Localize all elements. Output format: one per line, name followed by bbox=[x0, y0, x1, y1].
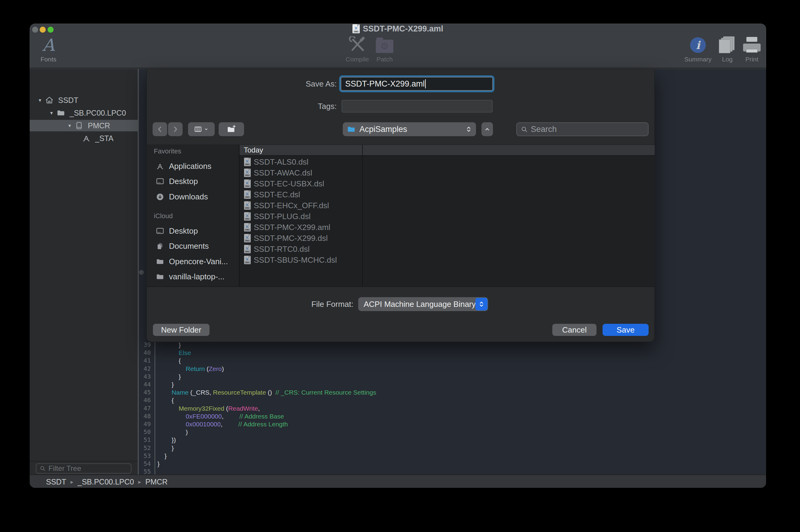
file-row[interactable]: DSLSSDT-AWAC.dsl bbox=[240, 167, 362, 178]
code-editor[interactable]: 39 }40 Else41 {42 Return (Zero)43 }44 }4… bbox=[139, 341, 766, 475]
document-icon: DSL bbox=[244, 201, 251, 210]
line-number: 40 bbox=[141, 348, 151, 357]
chevron-down-icon bbox=[204, 127, 209, 132]
file-row[interactable]: DSLSSDT-EHCx_OFF.dsl bbox=[240, 200, 362, 211]
disclosure-triangle-icon[interactable]: ▾ bbox=[35, 97, 45, 103]
print-label: Print bbox=[725, 56, 766, 63]
file-row[interactable]: AMLSSDT-PMC-X299.aml bbox=[240, 222, 362, 233]
sidebar-item-opencore-vani-[interactable]: Opencore-Vani... bbox=[147, 254, 239, 269]
line-number: 43 bbox=[141, 373, 151, 381]
collapse-button[interactable] bbox=[481, 122, 493, 136]
file-row[interactable]: DSLSSDT-SBUS-MCHC.dsl bbox=[240, 254, 362, 265]
document-icon: DSL bbox=[244, 179, 251, 188]
tree-item-SSDT[interactable]: ▾SSDT bbox=[30, 94, 138, 106]
columns-view-icon bbox=[194, 125, 202, 133]
line-number: 55 bbox=[141, 468, 151, 475]
column-divider bbox=[362, 145, 363, 286]
chevron-left-icon bbox=[156, 125, 164, 133]
chevron-up-down-icon bbox=[465, 126, 472, 133]
new-folder-button[interactable]: New Folder bbox=[153, 324, 209, 336]
file-row[interactable]: DSLSSDT-PLUG.dsl bbox=[240, 211, 362, 222]
save-button[interactable]: Save bbox=[602, 324, 649, 336]
splitter-handle[interactable] bbox=[139, 270, 144, 275]
desktop-icon bbox=[156, 177, 164, 186]
tags-input[interactable] bbox=[341, 100, 492, 113]
breadcrumb-item[interactable]: SSDT bbox=[46, 477, 66, 486]
downloads-icon bbox=[156, 192, 164, 201]
back-button[interactable] bbox=[153, 122, 167, 136]
code-line: 44 } bbox=[139, 380, 766, 388]
sidebar-item-desktop[interactable]: Desktop bbox=[147, 174, 239, 189]
line-number: 41 bbox=[141, 357, 151, 365]
print-button[interactable]: Print bbox=[725, 35, 766, 63]
sidebar-item-documents[interactable]: Documents bbox=[147, 239, 239, 254]
disclosure-triangle-icon[interactable]: ▾ bbox=[65, 122, 74, 129]
forward-button[interactable] bbox=[168, 122, 183, 136]
code-text: } bbox=[157, 452, 167, 460]
titlebar[interactable]: AML SSDT-PMC-X299.aml bbox=[30, 24, 766, 34]
patch-folder-icon: ⚙ bbox=[376, 40, 393, 53]
document-icon: DSL bbox=[244, 158, 251, 166]
popup-chevron-cap bbox=[476, 298, 487, 310]
maciasl-window: AML SSDT-PMC-X299.aml A Fonts Compile ⚙ … bbox=[30, 24, 766, 488]
code-text: } bbox=[157, 373, 181, 381]
code-text: { bbox=[157, 396, 174, 405]
folder-icon bbox=[156, 257, 164, 266]
file-name: SSDT-RTC0.dsl bbox=[254, 245, 310, 254]
sidebar-item-label: Desktop bbox=[169, 226, 198, 236]
sidebar-item-label: Opencore-Vani... bbox=[169, 257, 228, 266]
breadcrumb-separator-icon: ▸ bbox=[71, 478, 74, 486]
fonts-button[interactable]: A Fonts bbox=[30, 35, 76, 63]
document-icon: DSL bbox=[244, 234, 251, 242]
save-as-input[interactable]: SSDT-PMC-X299.aml bbox=[341, 77, 493, 91]
sidebar: ▾SSDT▾_SB.PC00.LPC0▾PMCR_STA Filter Tree bbox=[30, 69, 138, 475]
patch-button[interactable]: ⚙ Patch bbox=[357, 35, 412, 63]
sidebar-item-label: Desktop bbox=[169, 177, 198, 186]
line-number: 51 bbox=[141, 436, 151, 444]
sidebar-section-header: iCloud bbox=[154, 211, 173, 221]
file-browser: Today FavoritesApplicationsDesktopDownlo… bbox=[147, 145, 655, 287]
breadcrumb-item[interactable]: PMCR bbox=[145, 477, 168, 486]
search-input[interactable]: Search bbox=[516, 122, 649, 136]
code-text: 0xFE000000, // Address Base bbox=[157, 412, 284, 421]
desktop-icon bbox=[156, 227, 164, 235]
file-row[interactable]: DSLSSDT-EC.dsl bbox=[240, 189, 362, 200]
tree-item-label: SSDT bbox=[58, 96, 78, 105]
filter-tree-input[interactable]: Filter Tree bbox=[36, 463, 131, 474]
code-text: Memory32Fixed (ReadWrite, bbox=[157, 404, 260, 413]
code-text: }) bbox=[157, 436, 176, 444]
sidebar-item-vanilla-laptop-[interactable]: vanilla-laptop-... bbox=[147, 269, 239, 284]
save-dialog: Save As: SSDT-PMC-X299.aml Tags: AcpiSa bbox=[147, 69, 655, 342]
code-line: 54} bbox=[139, 460, 766, 468]
breadcrumb-item[interactable]: _SB.PC00.LPC0 bbox=[77, 477, 134, 486]
line-number: 42 bbox=[141, 365, 151, 373]
code-text: } bbox=[157, 341, 181, 349]
patch-label: Patch bbox=[357, 56, 412, 63]
file-name: SSDT-AWAC.dsl bbox=[254, 168, 312, 178]
folder-icon bbox=[347, 125, 356, 134]
sidebar-item-downloads[interactable]: Downloads bbox=[147, 189, 239, 204]
disclosure-triangle-icon[interactable]: ▾ bbox=[46, 110, 56, 116]
file-row[interactable]: DSLSSDT-RTC0.dsl bbox=[240, 244, 362, 254]
location-popup[interactable]: AcpiSamples bbox=[343, 122, 476, 136]
file-group-label: Today bbox=[244, 145, 655, 155]
line-number: 50 bbox=[141, 428, 151, 436]
file-format-popup[interactable]: ACPI Machine Language Binary bbox=[358, 297, 488, 311]
tree-item-PMCR[interactable]: ▾PMCR bbox=[30, 120, 138, 131]
new-folder-icon bbox=[226, 125, 236, 134]
new-folder-icon-button[interactable] bbox=[219, 122, 244, 136]
code-text: ) bbox=[157, 428, 188, 436]
tree-item-_STA[interactable]: _STA bbox=[30, 133, 138, 144]
file-list: DSLSSDT-ALS0.dslDSLSSDT-AWAC.dslDSLSSDT-… bbox=[240, 156, 362, 286]
sidebar-item-applications[interactable]: Applications bbox=[147, 158, 239, 174]
tree-item-_SB.PC00.LPC0[interactable]: ▾_SB.PC00.LPC0 bbox=[30, 107, 138, 119]
code-text: } bbox=[157, 380, 174, 389]
view-selector-button[interactable] bbox=[188, 122, 215, 136]
cancel-button[interactable]: Cancel bbox=[552, 324, 596, 336]
file-name: SSDT-EHCx_OFF.dsl bbox=[254, 201, 329, 210]
file-format-value: ACPI Machine Language Binary bbox=[364, 297, 476, 311]
file-row[interactable]: DSLSSDT-ALS0.dsl bbox=[240, 156, 362, 167]
file-row[interactable]: DSLSSDT-EC-USBX.dsl bbox=[240, 178, 362, 189]
sidebar-item-desktop[interactable]: Desktop bbox=[147, 223, 239, 239]
file-row[interactable]: DSLSSDT-PMC-X299.dsl bbox=[240, 233, 362, 244]
